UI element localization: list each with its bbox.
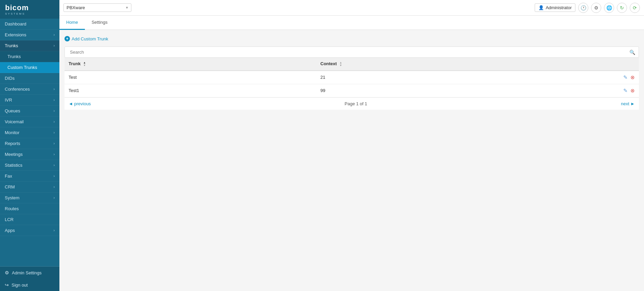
pbxware-select[interactable]: PBXware <box>63 3 131 12</box>
logo-name: bicom <box>5 3 29 12</box>
pbxware-dropdown-wrap: PBXware ▼ <box>63 3 131 12</box>
trunk-sort-icons[interactable]: ▲ ▼ <box>83 61 86 67</box>
chevron-right-icon: › <box>54 142 55 145</box>
sidebar-item-routes[interactable]: Routes <box>0 203 59 214</box>
sign-out-button[interactable]: ↪ Sign out <box>0 279 59 291</box>
add-custom-trunk-label: Add Custom Trunk <box>72 36 108 41</box>
table-row: Test21 ✎ ⊗ <box>65 71 639 84</box>
sidebar-item-reports[interactable]: Reports› <box>0 138 59 149</box>
context-sort-down[interactable]: ▼ <box>339 64 342 67</box>
sidebar-item-crm[interactable]: CRM› <box>0 182 59 193</box>
search-input[interactable] <box>68 47 629 57</box>
sidebar-bottom: ⚙ Admin Settings ↪ Sign out <box>0 266 59 291</box>
delete-icon[interactable]: ⊗ <box>630 88 635 94</box>
globe-icon-button[interactable]: 🌐 <box>604 3 614 13</box>
table-body: Test21 ✎ ⊗ Test199 ✎ ⊗ <box>65 71 639 97</box>
sidebar-item-statistics[interactable]: Statistics› <box>0 160 59 171</box>
sidebar-item-voicemail[interactable]: Voicemail› <box>0 116 59 127</box>
gear-icon: ⚙ <box>5 270 9 275</box>
chevron-right-icon: › <box>54 163 55 167</box>
actions-cell: ✎ ⊗ <box>612 71 639 84</box>
logo-sub: SYSTEMS <box>5 12 29 15</box>
user-icon: 👤 <box>538 5 544 10</box>
sidebar-item-system[interactable]: System› <box>0 193 59 203</box>
sidebar-item-monitor[interactable]: Monitor› <box>0 127 59 138</box>
sidebar-item-conferences[interactable]: Conferences› <box>0 84 59 95</box>
page-tabs: Home Settings <box>59 16 644 30</box>
clock-icon-button[interactable]: 🕐 <box>578 3 588 13</box>
sidebar: bicom SYSTEMS DashboardExtensions›Trunks… <box>0 0 59 291</box>
main-area: PBXware ▼ 👤 Administrator 🕐 ⚙ 🌐 ↻ ⟳ Home… <box>59 0 644 291</box>
search-icon: 🔍 <box>629 50 635 55</box>
sidebar-item-lcr[interactable]: LCR <box>0 214 59 225</box>
admin-settings-label: Admin Settings <box>12 270 41 275</box>
sign-out-label: Sign out <box>12 283 28 288</box>
tab-home[interactable]: Home <box>59 16 85 30</box>
chevron-right-icon: › <box>54 174 55 178</box>
content-area: + Add Custom Trunk 🔍 Trunk ▲ ▼ <box>59 30 644 291</box>
chevron-right-icon: › <box>54 87 55 91</box>
chevron-right-icon: › <box>54 44 55 48</box>
sidebar-item-ivr[interactable]: IVR› <box>0 95 59 106</box>
sidebar-item-dashboard[interactable]: Dashboard <box>0 19 59 30</box>
pagination-next[interactable]: next ► <box>621 101 635 106</box>
admin-button[interactable]: 👤 Administrator <box>535 3 575 12</box>
sidebar-item-custom-trunks-sub[interactable]: Custom Trunks <box>0 62 59 73</box>
context-sort-icons[interactable]: ▲ ▼ <box>339 61 342 67</box>
chevron-right-icon: › <box>54 196 55 200</box>
pagination-page: Page 1 of 1 <box>345 101 367 106</box>
sidebar-item-extensions[interactable]: Extensions› <box>0 30 59 40</box>
context-cell: 99 <box>316 84 612 97</box>
signout-icon: ↪ <box>5 282 9 288</box>
delete-icon[interactable]: ⊗ <box>630 74 635 80</box>
sidebar-item-apps[interactable]: Apps› <box>0 225 59 236</box>
edit-icon[interactable]: ✎ <box>623 88 628 94</box>
table-header-row: Trunk ▲ ▼ Context ▲ ▼ <box>65 58 639 71</box>
sidebar-item-trunks-sub[interactable]: Trunks <box>0 51 59 62</box>
chevron-right-icon: › <box>54 33 55 37</box>
pagination-prev[interactable]: ◄ previous <box>69 101 91 106</box>
chevron-right-icon: › <box>54 120 55 124</box>
context-cell: 21 <box>316 71 612 84</box>
chevron-right-icon: › <box>54 131 55 134</box>
nav-menu: DashboardExtensions›Trunks›TrunksCustom … <box>0 19 59 236</box>
topbar: PBXware ▼ 👤 Administrator 🕐 ⚙ 🌐 ↻ ⟳ <box>59 0 644 16</box>
tab-settings[interactable]: Settings <box>85 16 114 30</box>
trunk-sort-down[interactable]: ▼ <box>83 64 86 67</box>
search-bar: 🔍 <box>65 47 639 58</box>
logo-area: bicom SYSTEMS <box>0 0 59 19</box>
context-column-header: Context ▲ ▼ <box>316 58 612 71</box>
admin-label: Administrator <box>546 5 572 10</box>
trunk-column-header: Trunk ▲ ▼ <box>65 58 316 71</box>
trunk-cell: Test1 <box>65 84 316 97</box>
refresh-icon-button[interactable]: ↻ <box>617 3 627 13</box>
chevron-right-icon: › <box>54 229 55 232</box>
sidebar-item-fax[interactable]: Fax› <box>0 171 59 182</box>
chevron-right-icon: › <box>54 109 55 113</box>
table-row: Test199 ✎ ⊗ <box>65 84 639 97</box>
add-custom-trunk-button[interactable]: + Add Custom Trunk <box>65 35 108 42</box>
chevron-right-icon: › <box>54 185 55 189</box>
chevron-right-icon: › <box>54 152 55 156</box>
sync-icon-button[interactable]: ⟳ <box>630 3 640 13</box>
actions-column-header <box>612 58 639 71</box>
add-icon: + <box>65 36 70 41</box>
sidebar-item-queues[interactable]: Queues› <box>0 106 59 116</box>
sidebar-item-trunks[interactable]: Trunks› <box>0 40 59 51</box>
edit-icon[interactable]: ✎ <box>623 74 628 80</box>
settings-icon-button[interactable]: ⚙ <box>591 3 601 13</box>
actions-cell: ✎ ⊗ <box>612 84 639 97</box>
chevron-right-icon: › <box>54 98 55 102</box>
sidebar-item-meetings[interactable]: Meetings› <box>0 149 59 160</box>
admin-settings-button[interactable]: ⚙ Admin Settings <box>0 267 59 279</box>
sidebar-item-dids[interactable]: DIDs <box>0 73 59 84</box>
trunk-cell: Test <box>65 71 316 84</box>
custom-trunks-table: Trunk ▲ ▼ Context ▲ ▼ <box>65 58 639 97</box>
pagination: ◄ previous Page 1 of 1 next ► <box>65 97 639 110</box>
